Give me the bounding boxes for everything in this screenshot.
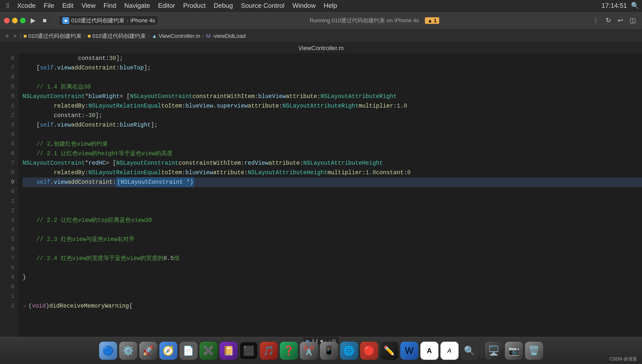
menu-editor[interactable]: Editor bbox=[155, 1, 179, 11]
breadcrumb-item-1[interactable]: ■ 010通过代码创建约束 bbox=[23, 32, 82, 40]
menu-right-area: 17:14:51 🔍 bbox=[602, 2, 639, 10]
dock-microsoft[interactable]: ✖️ bbox=[200, 342, 218, 360]
code-line-8: [self.view addConstraint:blueRight]; bbox=[23, 120, 642, 130]
breadcrumb-back[interactable]: < bbox=[4, 32, 10, 40]
code-line-25 bbox=[23, 282, 642, 292]
code-editor[interactable]: 6 7 8 9 0 1 2 3 4 5 6 7 8 9 0 1 2 3 4 5 … bbox=[0, 54, 642, 347]
code-line-20: // 2.3 红色view与蓝色view右对齐 bbox=[23, 235, 642, 244]
device-name: iPhone 4s bbox=[131, 17, 155, 24]
split-view-button[interactable]: ◫ bbox=[628, 16, 638, 25]
dock-safari[interactable]: 🧭 bbox=[159, 342, 177, 360]
breadcrumb-sep-0: | bbox=[20, 33, 22, 39]
dock-launchpad[interactable]: 🚀 bbox=[139, 342, 157, 360]
ln-6: 6 bbox=[0, 54, 14, 63]
ln-6b: 6 bbox=[0, 244, 14, 254]
menu-navigate[interactable]: Navigate bbox=[121, 1, 154, 11]
ln-6a: 6 bbox=[0, 149, 14, 158]
dock-terminal[interactable]: ⬛ bbox=[240, 342, 258, 360]
dock-screen-capture[interactable]: 📷 bbox=[505, 342, 523, 360]
code-line-24: } bbox=[23, 273, 642, 282]
breadcrumb-item-3[interactable]: ▲ ViewController.m bbox=[152, 33, 200, 39]
status-bar-right: CSDN @清晨 bbox=[609, 356, 637, 362]
line-numbers: 6 7 8 9 0 1 2 3 4 5 6 7 8 9 0 1 2 3 4 5 … bbox=[0, 54, 18, 347]
ln-7b: 7 bbox=[0, 254, 14, 263]
dock-trash[interactable]: 🗑️ bbox=[525, 342, 543, 360]
dock-pages[interactable]: 📄 bbox=[179, 342, 198, 360]
code-line-7: constant:-30]; bbox=[23, 111, 642, 120]
code-line-22: // 2.4 红色view的宽度等于蓝色view的宽度的0.5倍 bbox=[23, 254, 642, 263]
menu-debug[interactable]: Debug bbox=[210, 1, 236, 11]
dock-spotlight[interactable]: 🔍 bbox=[461, 342, 479, 360]
stop-button[interactable]: ■ bbox=[41, 16, 49, 25]
minimize-button[interactable] bbox=[12, 18, 18, 23]
dock-finder[interactable]: 🔵 bbox=[99, 342, 117, 360]
code-line-15 bbox=[23, 187, 642, 197]
menu-edit[interactable]: Edit bbox=[59, 1, 77, 11]
breadcrumb-label-2: 010通过代码创建约束 bbox=[92, 32, 146, 40]
dock-filezilla[interactable]: 🔴 bbox=[360, 342, 378, 360]
code-line-9 bbox=[23, 130, 642, 139]
menu-help[interactable]: Help bbox=[320, 1, 341, 11]
breadcrumb-method-icon: M bbox=[206, 33, 211, 39]
ln-0b: 0 bbox=[0, 187, 14, 197]
code-line-3 bbox=[23, 73, 642, 82]
dock-font-book[interactable]: A bbox=[440, 342, 459, 360]
menu-file[interactable]: File bbox=[40, 1, 58, 11]
code-line-11: // 2.1 让红色view的height等于蓝色view的高度 bbox=[23, 149, 642, 158]
code-line-13: relatedBy:NSLayoutRelationEqual toItem:b… bbox=[23, 168, 642, 177]
refresh-button[interactable]: ↻ bbox=[604, 16, 613, 25]
run-button[interactable]: ▶ bbox=[29, 16, 38, 25]
dock-scissors[interactable]: ✂️ bbox=[300, 342, 318, 360]
running-status: Running 010通过代码创建约束 on iPhone 4s ▲ 1 bbox=[161, 17, 588, 24]
scheme-arrow: › bbox=[126, 17, 128, 24]
code-line-5: NSLayoutConstraint *blueRight = [NSLayou… bbox=[23, 92, 642, 101]
ln-2a: 2 bbox=[0, 111, 14, 120]
bc-sep-1: › bbox=[84, 33, 85, 39]
ln-1a: 1 bbox=[0, 101, 14, 111]
menu-xcode[interactable]: Xcode bbox=[14, 1, 39, 11]
status-text: CSDN @清晨 bbox=[609, 356, 637, 361]
code-line-16 bbox=[23, 197, 642, 206]
breadcrumb-item-2[interactable]: ■ 010通过代码创建约束 bbox=[88, 32, 146, 40]
ln-0a: 0 bbox=[0, 92, 14, 101]
dock-font[interactable]: A bbox=[420, 342, 438, 360]
warning-badge[interactable]: ▲ 1 bbox=[425, 17, 439, 24]
dock-vmware[interactable]: 🖥️ bbox=[485, 342, 503, 360]
dock-word[interactable]: W bbox=[400, 342, 418, 360]
breadcrumb: < > | ■ 010通过代码创建约束 › ■ 010通过代码创建约束 › ▲ … bbox=[0, 30, 642, 43]
dock-iphone-backup[interactable]: 📱 bbox=[320, 342, 338, 360]
dock-messages[interactable]: ❓ bbox=[280, 342, 298, 360]
dock-system-pref[interactable]: ⚙️ bbox=[119, 342, 137, 360]
code-line-26 bbox=[23, 292, 642, 301]
apple-menu[interactable]:  bbox=[3, 1, 13, 11]
breadcrumb-item-4[interactable]: M -viewDidLoad bbox=[206, 33, 246, 39]
ln-9b: 9 bbox=[0, 273, 14, 282]
toolbar-right: ⋮ ↻ ↩ ◫ bbox=[591, 16, 638, 25]
menu-product[interactable]: Product bbox=[180, 1, 209, 11]
code-area[interactable]: constant:30]; [self.view addConstraint:b… bbox=[18, 54, 642, 347]
menu-source-control[interactable]: Source Control bbox=[237, 1, 288, 11]
menu-view[interactable]: View bbox=[78, 1, 99, 11]
scheme-selector[interactable]: ◆ 010通过代码创建约束 › iPhone 4s bbox=[59, 16, 158, 26]
ln-7: 7 bbox=[0, 63, 14, 73]
maximize-button[interactable] bbox=[20, 18, 26, 23]
dock-globe[interactable]: 🌐 bbox=[340, 342, 358, 360]
breadcrumb-forward[interactable]: > bbox=[12, 32, 18, 40]
ln-3b: 3 bbox=[0, 216, 14, 225]
dock-pen[interactable]: ✏️ bbox=[380, 342, 398, 360]
dock-onenote[interactable]: 📔 bbox=[220, 342, 238, 360]
layout-list-button[interactable]: ⋮ bbox=[591, 16, 601, 25]
menu-window[interactable]: Window bbox=[289, 1, 319, 11]
back-button[interactable]: ↩ bbox=[616, 16, 625, 25]
menu-search-icon[interactable]: 🔍 bbox=[631, 2, 639, 10]
bc-sep-3: › bbox=[202, 33, 204, 39]
code-line-18: // 2.2 让红色view的top距离蓝色view30 bbox=[23, 216, 642, 225]
ln-2b: 2 bbox=[0, 206, 14, 216]
ln-2c: 2 bbox=[0, 301, 14, 311]
toolbar-separator-1 bbox=[54, 16, 54, 26]
dock-music[interactable]: 🎵 bbox=[260, 342, 278, 360]
menu-find[interactable]: Find bbox=[100, 1, 120, 11]
breadcrumb-label-1: 010通过代码创建约束 bbox=[28, 32, 82, 40]
code-line-27: - (void)didReceiveMemoryWarning { bbox=[23, 301, 642, 311]
close-button[interactable] bbox=[4, 18, 10, 23]
